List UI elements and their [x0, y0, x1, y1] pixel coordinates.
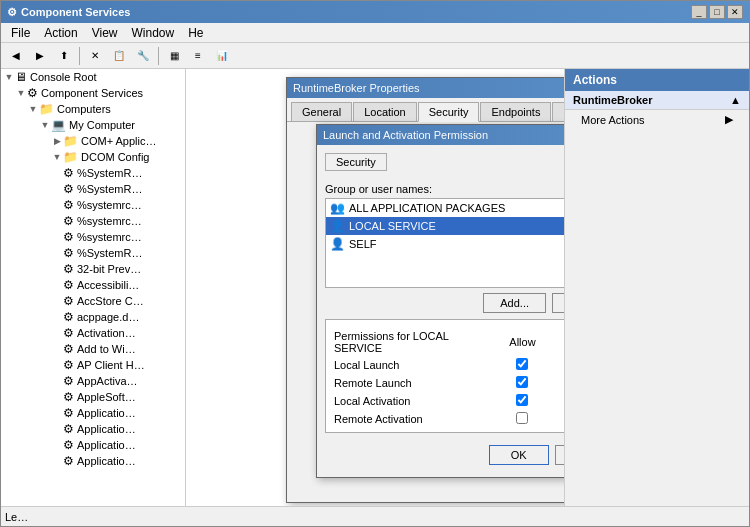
tree-systemrc2[interactable]: ⚙ %systemrc… [1, 213, 185, 229]
allow-local-activation-checkbox[interactable] [516, 394, 528, 406]
tab-endpoints[interactable]: Endpoints [480, 102, 551, 121]
tree-systemr1[interactable]: ⚙ %SystemR… [1, 165, 185, 181]
tree-component-services[interactable]: ▼ ⚙ Component Services [1, 85, 185, 101]
tree-label-activation: Activation… [77, 327, 136, 339]
tree-accessibili[interactable]: ⚙ Accessibili… [1, 277, 185, 293]
tree-acppage[interactable]: ⚙ acppage.d… [1, 309, 185, 325]
tree-applicatio4[interactable]: ⚙ Applicatio… [1, 453, 185, 469]
tree-label-console: Console Root [30, 71, 97, 83]
more-actions-chevron: ▶ [725, 113, 733, 126]
more-actions-label: More Actions [581, 114, 645, 126]
title-bar: ⚙ Component Services _ □ ✕ [1, 1, 749, 23]
allow-remote-launch-checkbox[interactable] [516, 376, 528, 388]
close-button[interactable]: ✕ [727, 5, 743, 19]
applicatio1-icon: ⚙ [63, 406, 74, 420]
menu-view[interactable]: View [86, 25, 124, 41]
forward-button[interactable]: ▶ [29, 46, 51, 66]
tree-com-applic[interactable]: ▶ 📁 COM+ Applic… [1, 133, 185, 149]
tree-label-mycomputer: My Computer [69, 119, 135, 131]
systemr3-icon: ⚙ [63, 246, 74, 260]
app-title: Component Services [21, 6, 130, 18]
user-item-local-service[interactable]: 👤 LOCAL SERVICE [326, 217, 564, 235]
tree-accstore[interactable]: ⚙ AccStore C… [1, 293, 185, 309]
toolbar: ◀ ▶ ⬆ ✕ 📋 🔧 ▦ ≡ 📊 [1, 43, 749, 69]
allow-remote-activation-cell [489, 410, 555, 428]
tree-label-applicatio1: Applicatio… [77, 407, 136, 419]
systemr1-icon: ⚙ [63, 166, 74, 180]
tab-identity[interactable]: Identity [552, 102, 564, 121]
tree-appactiva[interactable]: ⚙ AppActiva… [1, 373, 185, 389]
up-button[interactable]: ⬆ [53, 46, 75, 66]
acppage-icon: ⚙ [63, 310, 74, 324]
chart-button[interactable]: 📊 [211, 46, 233, 66]
properties-dialog-titlebar: RuntimeBroker Properties ? ✕ [287, 78, 564, 98]
allow-remote-launch-cell [489, 374, 555, 392]
computers-icon: 📁 [39, 102, 54, 116]
user-label-self: SELF [349, 238, 377, 250]
dcom-icon: 📁 [63, 150, 78, 164]
tree-activation[interactable]: ⚙ Activation… [1, 325, 185, 341]
properties-button[interactable]: 📋 [108, 46, 130, 66]
menu-action[interactable]: Action [38, 25, 83, 41]
back-button[interactable]: ◀ [5, 46, 27, 66]
com-icon: 📁 [63, 134, 78, 148]
tree-applesoft[interactable]: ⚙ AppleSoft… [1, 389, 185, 405]
center-panel: RuntimeBroker Properties ? ✕ General Loc… [186, 69, 564, 506]
ok-button[interactable]: OK [489, 445, 549, 465]
delete-button[interactable]: ✕ [84, 46, 106, 66]
view-toggle-button[interactable]: ▦ [163, 46, 185, 66]
user-item-all-app-packages[interactable]: 👥 ALL APPLICATION PACKAGES [326, 199, 564, 217]
tree-32bit[interactable]: ⚙ 32-bit Prev… [1, 261, 185, 277]
allow-local-activation-cell [489, 392, 555, 410]
tab-security[interactable]: Security [418, 102, 480, 122]
menu-file[interactable]: File [5, 25, 36, 41]
ok-cancel-row: OK Cancel [325, 441, 564, 469]
systemrc3-icon: ⚙ [63, 230, 74, 244]
perm-row-remote-launch: Remote Launch [330, 374, 564, 392]
tree-console-root[interactable]: ▼ 🖥 Console Root [1, 69, 185, 85]
cancel-button[interactable]: Cancel [555, 445, 564, 465]
minimize-button[interactable]: _ [691, 5, 707, 19]
local-service-icon: 👤 [330, 219, 345, 233]
tree-applicatio1[interactable]: ⚙ Applicatio… [1, 405, 185, 421]
runtime-broker-section[interactable]: RuntimeBroker ▲ [565, 91, 749, 110]
tree-label-appactiva: AppActiva… [77, 375, 138, 387]
user-item-self[interactable]: 👤 SELF [326, 235, 564, 253]
perm-label-remote-activation: Remote Activation [330, 410, 489, 428]
allow-local-launch-checkbox[interactable] [516, 358, 528, 370]
mycomputer-icon: 💻 [51, 118, 66, 132]
app-icon: ⚙ [7, 6, 17, 19]
menu-window[interactable]: Window [126, 25, 181, 41]
permissions-table: Permissions for LOCAL SERVICE Allow Deny… [330, 328, 564, 428]
tree-systemr3[interactable]: ⚙ %SystemR… [1, 245, 185, 261]
tree-apclient[interactable]: ⚙ AP Client H… [1, 357, 185, 373]
properties-dialog-title: RuntimeBroker Properties [293, 82, 420, 94]
tab-general[interactable]: General [291, 102, 352, 121]
tree-label-applicatio2: Applicatio… [77, 423, 136, 435]
toolbar-sep-1 [79, 47, 80, 65]
perm-row-remote-activation: Remote Activation [330, 410, 564, 428]
allow-remote-activation-checkbox[interactable] [516, 412, 528, 424]
tree-addtowi[interactable]: ⚙ Add to Wi… [1, 341, 185, 357]
more-actions-item[interactable]: More Actions ▶ [565, 110, 749, 129]
maximize-button[interactable]: □ [709, 5, 725, 19]
tree-systemrc3[interactable]: ⚙ %systemrc… [1, 229, 185, 245]
list-button[interactable]: ≡ [187, 46, 209, 66]
remove-button[interactable]: Remove [552, 293, 564, 313]
tab-location[interactable]: Location [353, 102, 417, 121]
deny-local-launch-cell [556, 356, 564, 374]
user-list[interactable]: 👥 ALL APPLICATION PACKAGES 👤 LOCAL SERVI… [325, 198, 564, 288]
tree-dcom-config[interactable]: ▼ 📁 DCOM Config [1, 149, 185, 165]
tree-applicatio3[interactable]: ⚙ Applicatio… [1, 437, 185, 453]
tree-systemr2[interactable]: ⚙ %SystemR… [1, 181, 185, 197]
tree-computers[interactable]: ▼ 📁 Computers [1, 101, 185, 117]
tree-applicatio2[interactable]: ⚙ Applicatio… [1, 421, 185, 437]
settings-button[interactable]: 🔧 [132, 46, 154, 66]
tree-systemrc1[interactable]: ⚙ %systemrc… [1, 197, 185, 213]
appactiva-icon: ⚙ [63, 374, 74, 388]
add-button[interactable]: Add... [483, 293, 546, 313]
tree-my-computer[interactable]: ▼ 💻 My Computer [1, 117, 185, 133]
inner-tab-security[interactable]: Security [325, 153, 387, 171]
menu-help[interactable]: He [182, 25, 209, 41]
expander-console: ▼ [3, 71, 15, 83]
